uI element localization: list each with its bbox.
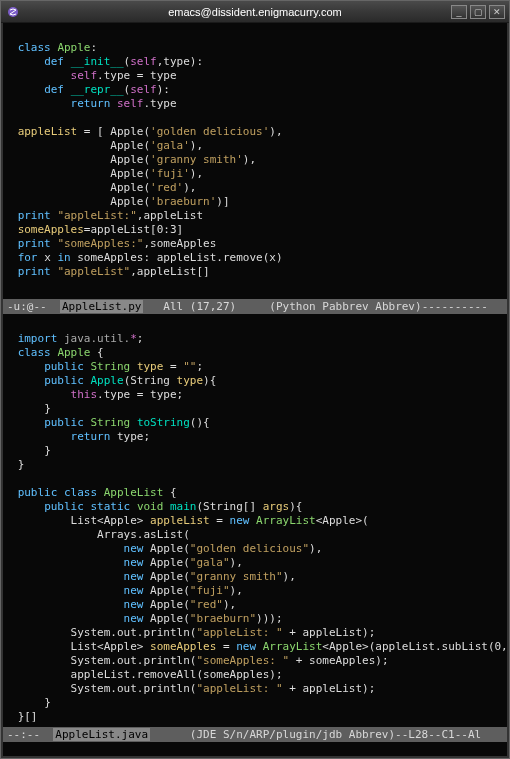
java-code[interactable]: import java.util.*; class Apple { public… bbox=[3, 314, 507, 727]
buffer-name-python: AppleList.py bbox=[60, 300, 143, 313]
window-buttons: _ ▢ ✕ bbox=[451, 5, 505, 19]
emacs-icon bbox=[7, 6, 19, 18]
minimize-button[interactable]: _ bbox=[451, 5, 467, 19]
buffer-name-java: AppleList.java bbox=[53, 728, 150, 741]
maximize-button[interactable]: ▢ bbox=[470, 5, 486, 19]
python-code[interactable]: class Apple: def __init__(self,type): se… bbox=[3, 23, 507, 283]
window-titlebar: emacs@dissident.enigmacurry.com _ ▢ ✕ bbox=[1, 1, 509, 23]
java-pane[interactable]: import java.util.*; class Apple { public… bbox=[3, 314, 507, 727]
java-modeline[interactable]: --:-- AppleList.java (JDE S/n/ARP/plugin… bbox=[3, 727, 507, 742]
python-modeline[interactable]: -u:@-- AppleList.py All (17,27) (Python … bbox=[3, 299, 507, 314]
python-pane[interactable]: class Apple: def __init__(self,type): se… bbox=[3, 23, 507, 299]
class-name: Apple bbox=[57, 41, 90, 54]
window-title: emacs@dissident.enigmacurry.com bbox=[168, 6, 342, 18]
close-button[interactable]: ✕ bbox=[489, 5, 505, 19]
minibuffer[interactable] bbox=[1, 742, 509, 758]
editor-frame: class Apple: def __init__(self,type): se… bbox=[1, 23, 509, 742]
kw-class: class bbox=[18, 41, 51, 54]
